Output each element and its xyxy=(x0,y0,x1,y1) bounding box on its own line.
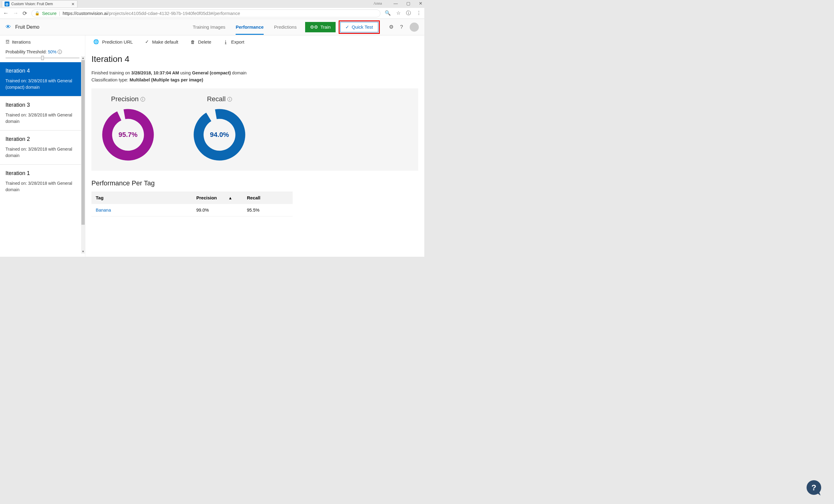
iteration-subtitle: Trained on: 3/28/2018 with General (comp… xyxy=(5,78,80,91)
browser-profile-name[interactable]: Anna xyxy=(373,1,382,6)
scroll-down-icon[interactable]: ▼ xyxy=(81,250,85,254)
browser-chrome: ◎ Custom Vision: Fruit Dem ✕ Anna — ▢ ✕ … xyxy=(0,0,424,19)
window-maximize-icon[interactable]: ▢ xyxy=(406,1,410,6)
sidebar: ☲ Iterations Probability Threshold: 50% … xyxy=(0,35,85,257)
probability-threshold: Probability Threshold: 50% i xyxy=(0,48,85,57)
iterations-header: ☲ Iterations xyxy=(0,35,85,48)
recall-value: 94.0% xyxy=(210,131,229,139)
delete-label: Delete xyxy=(198,39,211,45)
page-title: Iteration 4 xyxy=(91,54,418,64)
quick-test-highlight: ✓ Quick Test xyxy=(339,20,380,34)
browser-tabbar: ◎ Custom Vision: Fruit Dem ✕ Anna — ▢ ✕ xyxy=(0,0,424,8)
tab-title: Custom Vision: Fruit Dem xyxy=(11,2,69,6)
recall-metric: Recall i 94.0% xyxy=(192,95,247,162)
forward-button: → xyxy=(13,10,18,17)
tab-training-images[interactable]: Training Images xyxy=(193,20,225,35)
precision-metric: Precision i 95.7% xyxy=(101,95,155,162)
precision-donut-chart: 95.7% xyxy=(101,107,155,162)
sidebar-scrollbar[interactable]: ▲ ▼ xyxy=(81,56,85,254)
iteration-title: Iteration 3 xyxy=(5,102,80,108)
user-avatar[interactable] xyxy=(410,23,419,32)
app-body: ☲ Iterations Probability Threshold: 50% … xyxy=(0,35,424,257)
threshold-label: Probability Threshold: xyxy=(5,49,47,54)
table-header: Tag Precision ▴ Recall xyxy=(91,192,293,204)
window-minimize-icon[interactable]: — xyxy=(394,1,398,6)
window-controls: Anna — ▢ ✕ xyxy=(373,1,422,6)
recall-donut-chart: 94.0% xyxy=(192,107,247,162)
tab-close-icon[interactable]: ✕ xyxy=(71,2,75,6)
metrics-panel: Precision i 95.7% Recall i xyxy=(91,88,418,171)
content-toolbar: 🌐 Prediction URL ✓ Make default 🗑 Delete… xyxy=(91,35,418,48)
layers-icon: ☲ xyxy=(5,39,9,45)
check-icon: ✓ xyxy=(345,24,349,30)
make-default-label: Make default xyxy=(152,39,178,45)
zoom-icon[interactable]: 🔍 xyxy=(385,10,391,17)
slider-handle[interactable] xyxy=(41,56,44,60)
iteration-subtitle: Trained on: 3/28/2018 with General domai… xyxy=(5,180,80,193)
prediction-url-label: Prediction URL xyxy=(102,39,133,45)
recall-info-icon[interactable]: i xyxy=(227,97,232,102)
tab-predictions[interactable]: Predictions xyxy=(274,20,297,35)
download-icon: ⭳ xyxy=(223,39,228,45)
train-button[interactable]: ⚙⚙ Train xyxy=(305,22,336,32)
cell-tag[interactable]: Banana xyxy=(91,204,192,216)
precision-value: 95.7% xyxy=(118,131,137,139)
threshold-slider[interactable] xyxy=(5,57,80,59)
prediction-url-button[interactable]: 🌐 Prediction URL xyxy=(93,39,133,45)
tab-performance[interactable]: Performance xyxy=(236,20,264,35)
iteration-item-2[interactable]: Iteration 2 Trained on: 3/28/2018 with G… xyxy=(0,130,85,165)
iteration-item-3[interactable]: Iteration 3 Trained on: 3/28/2018 with G… xyxy=(0,96,85,130)
train-button-label: Train xyxy=(321,24,331,29)
iterations-label: Iterations xyxy=(12,39,31,45)
per-tag-title: Performance Per Tag xyxy=(91,179,418,187)
export-button[interactable]: ⭳ Export xyxy=(223,39,244,45)
settings-gear-icon[interactable]: ⚙ xyxy=(389,24,394,30)
iteration-item-4[interactable]: Iteration 4 Trained on: 3/28/2018 with G… xyxy=(0,62,85,96)
quick-test-button[interactable]: ✓ Quick Test xyxy=(340,22,378,32)
precision-label: Precision xyxy=(111,95,138,103)
secure-label: Secure xyxy=(42,11,57,16)
scroll-up-icon[interactable]: ▲ xyxy=(81,56,85,60)
address-bar[interactable]: 🔒 Secure | https://customvision.ai/proje… xyxy=(31,9,380,17)
iteration-title: Iteration 2 xyxy=(5,136,80,143)
back-button[interactable]: ← xyxy=(3,10,8,17)
col-recall[interactable]: Recall xyxy=(243,192,291,204)
info-icon[interactable]: ⓘ xyxy=(406,10,411,17)
delete-button[interactable]: 🗑 Delete xyxy=(191,39,211,45)
sort-asc-icon: ▴ xyxy=(229,195,232,200)
iteration-subtitle: Trained on: 3/28/2018 with General domai… xyxy=(5,112,80,125)
iteration-item-1[interactable]: Iteration 1 Trained on: 3/28/2018 with G… xyxy=(0,165,85,198)
url-separator: | xyxy=(59,11,60,16)
make-default-button[interactable]: ✓ Make default xyxy=(145,39,178,45)
trash-icon: 🗑 xyxy=(191,39,195,45)
col-precision[interactable]: Precision ▴ xyxy=(192,192,243,204)
browser-toolbar: ← → ⟳ 🔒 Secure | https://customvision.ai… xyxy=(0,8,424,19)
scroll-thumb[interactable] xyxy=(81,60,85,225)
url-text: https://customvision.ai/projects/ec4105d… xyxy=(63,11,240,16)
bookmark-star-icon[interactable]: ☆ xyxy=(396,10,400,17)
per-tag-table: Tag Precision ▴ Recall Banana 99.0% 95.5… xyxy=(91,192,293,217)
window-close-icon[interactable]: ✕ xyxy=(419,1,422,6)
iteration-subtitle: Trained on: 3/28/2018 with General domai… xyxy=(5,146,80,159)
training-meta: Finished training on 3/28/2018, 10:37:04… xyxy=(91,69,418,84)
threshold-value: 50% xyxy=(48,49,57,54)
reload-button[interactable]: ⟳ xyxy=(23,10,27,17)
iteration-title: Iteration 1 xyxy=(5,170,80,177)
col-tag[interactable]: Tag xyxy=(91,192,192,204)
quick-test-button-label: Quick Test xyxy=(352,24,373,29)
globe-icon: 🌐 xyxy=(93,39,99,45)
main-content: 🌐 Prediction URL ✓ Make default 🗑 Delete… xyxy=(85,35,424,257)
cell-precision: 99.0% xyxy=(192,204,243,216)
threshold-info-icon[interactable]: i xyxy=(58,50,62,54)
precision-info-icon[interactable]: i xyxy=(140,97,145,102)
recall-label: Recall xyxy=(207,95,225,103)
gears-icon: ⚙⚙ xyxy=(310,24,318,30)
vision-logo-icon: 👁 xyxy=(5,24,11,30)
tab-favicon: ◎ xyxy=(5,2,9,6)
browser-tab[interactable]: ◎ Custom Vision: Fruit Dem ✕ xyxy=(2,0,78,8)
project-name[interactable]: Fruit Demo xyxy=(15,24,39,30)
cell-recall: 95.5% xyxy=(243,204,291,216)
browser-menu-icon[interactable]: ⋮ xyxy=(416,10,421,17)
help-icon[interactable]: ? xyxy=(400,24,403,30)
table-row[interactable]: Banana 99.0% 95.5% xyxy=(91,204,293,217)
